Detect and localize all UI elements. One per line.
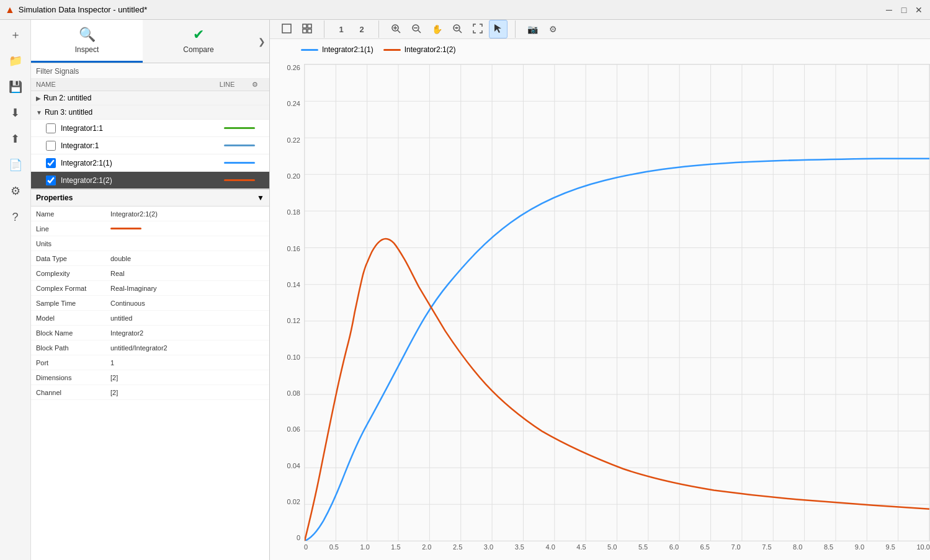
signal-line-color-1 [224, 127, 255, 129]
property-blockpath-label: Block Path [36, 344, 110, 352]
run-2-header[interactable]: ▶ Run 2: untitled [31, 91, 269, 105]
signal-row-integrator1-1[interactable]: Integrator1:1 [31, 120, 269, 137]
pan-button[interactable]: ✋ [427, 20, 446, 38]
run-3-header[interactable]: ▼ Run 3: untitled [31, 105, 269, 120]
x-label-6.5: 6.5 [700, 543, 710, 555]
tab-inspect[interactable]: 🔍 Inspect [31, 20, 143, 63]
close-button[interactable]: ✕ [913, 4, 925, 16]
run-3-arrow: ▼ [36, 109, 42, 116]
signal-checkbox-2[interactable] [46, 141, 56, 151]
legend-line-1 [301, 49, 318, 51]
run-2-arrow: ▶ [36, 95, 41, 102]
y-label-0.04: 0.04 [287, 462, 300, 469]
fit-view-icon [472, 23, 483, 36]
chart-plot[interactable] [304, 64, 930, 541]
notes-button[interactable]: 📄 [3, 153, 28, 177]
col-gear-header: ⚙ [252, 81, 264, 89]
tab-compare[interactable]: ✔ Compare [143, 20, 254, 63]
y-label-0.24: 0.24 [287, 100, 300, 107]
layout1-icon: 1 [339, 25, 343, 34]
signal-row-integrator2-1-1[interactable]: Integrator2:1(1) [31, 154, 269, 172]
signal-row-integrator2-1-2[interactable]: Integrator2:1(2) [31, 172, 269, 189]
snapshot-button[interactable]: 📷 [523, 20, 542, 38]
x-label-4.0: 4.0 [545, 543, 555, 555]
x-label-1.0: 1.0 [360, 543, 369, 555]
x-axis: 0 0.5 1.0 1.5 2.0 2.5 3.0 3.5 4.0 4.5 5.… [304, 541, 930, 555]
help-button[interactable]: ? [3, 205, 28, 229]
cursor-icon [493, 23, 504, 36]
property-blockname-value: Integrator2 [110, 329, 264, 337]
x-label-3.5: 3.5 [515, 543, 524, 555]
svg-rect-2 [308, 24, 311, 28]
new-button[interactable]: ＋ [3, 22, 28, 47]
download-button[interactable]: ⬇ [3, 100, 28, 125]
property-line-label: Line [36, 225, 110, 233]
panel-collapse-button[interactable]: ❯ [254, 20, 269, 63]
zoom-out-button[interactable] [407, 20, 426, 38]
toolbar-group-layout2: 1 2 [332, 20, 371, 38]
signal-name-4: Integrator2:1(2) [61, 176, 215, 185]
x-label-4.5: 4.5 [576, 543, 586, 555]
fit-view-button[interactable] [468, 20, 487, 38]
y-label-0.10: 0.10 [287, 353, 300, 361]
col-name-header: NAME [36, 81, 202, 89]
left-panel: 🔍 Inspect ✔ Compare ❯ Filter Signals NAM… [31, 20, 270, 560]
y-label-0.22: 0.22 [287, 136, 300, 144]
upload-icon: ⬆ [11, 132, 20, 146]
property-complexformat-label: Complex Format [36, 285, 110, 292]
zoom-x-button[interactable] [448, 20, 467, 38]
multi-plot-button[interactable] [298, 20, 316, 38]
signal-checkbox-1[interactable] [46, 123, 56, 133]
property-complexformat-row: Complex Format Real-Imaginary [31, 281, 269, 296]
signal-line-color-4 [224, 179, 255, 181]
title-bar: ▲ Simulation Data Inspector - untitled* … [0, 0, 930, 20]
chart-settings-button[interactable]: ⚙ [543, 20, 562, 38]
property-complexity-value: Real [110, 270, 264, 277]
download-icon: ⬇ [11, 106, 20, 120]
properties-title: Properties [36, 193, 73, 202]
y-label-0.08: 0.08 [287, 389, 300, 397]
x-label-6.0: 6.0 [669, 543, 679, 555]
upload-button[interactable]: ⬆ [3, 127, 28, 151]
properties-header[interactable]: Properties ▼ [31, 190, 269, 207]
main-container: ＋ 📁 💾 ⬇ ⬆ 📄 ⚙ ? 🔍 Inspect [0, 20, 930, 560]
y-label-0.14: 0.14 [287, 281, 300, 288]
tab-compare-label: Compare [183, 45, 213, 54]
window-controls: ─ □ ✕ [883, 4, 925, 16]
cursor-button[interactable] [489, 20, 507, 38]
camera-icon: 📷 [527, 24, 538, 34]
signals-list: ▶ Run 2: untitled ▼ Run 3: untitled Inte… [31, 91, 269, 189]
compare-icon: ✔ [193, 27, 204, 43]
signal-checkbox-4[interactable] [46, 176, 56, 185]
svg-line-10 [418, 30, 421, 33]
maximize-button[interactable]: □ [898, 4, 910, 16]
toolbar-group-layout [277, 20, 316, 38]
signal-line-3 [215, 162, 264, 164]
layout1-button[interactable]: 1 [332, 20, 351, 38]
layout2-button[interactable]: 2 [352, 20, 371, 38]
property-dimensions-label: Dimensions [36, 374, 110, 381]
x-label-0: 0 [304, 543, 308, 555]
y-label-0.16: 0.16 [287, 245, 300, 252]
signal-row-integrator-1[interactable]: Integrator:1 [31, 137, 269, 154]
x-label-9.5: 9.5 [886, 543, 895, 555]
minimize-button[interactable]: ─ [883, 4, 895, 16]
property-line-row: Line [31, 221, 269, 236]
toolbar-group-zoom: ✋ [387, 20, 507, 38]
filter-signals-header: Filter Signals [31, 63, 269, 79]
chart-toolbar: 1 2 ✋ [270, 20, 930, 39]
save-button[interactable]: 💾 [3, 74, 28, 99]
chart-area: 1 2 ✋ [270, 20, 930, 560]
y-label-0.12: 0.12 [287, 317, 300, 324]
property-blockpath-value: untitled/Integrator2 [110, 344, 264, 352]
zoom-in-button[interactable] [387, 20, 405, 38]
sidebar-icons: ＋ 📁 💾 ⬇ ⬆ 📄 ⚙ ? [0, 20, 31, 560]
property-line-color [110, 228, 141, 229]
open-button[interactable]: 📁 [3, 48, 28, 73]
single-plot-button[interactable] [277, 20, 296, 38]
signal-checkbox-3[interactable] [46, 158, 56, 168]
y-label-0.20: 0.20 [287, 172, 300, 180]
help-icon: ? [12, 211, 18, 224]
settings-side-button[interactable]: ⚙ [3, 179, 28, 203]
property-channel-label: Channel [36, 389, 110, 396]
